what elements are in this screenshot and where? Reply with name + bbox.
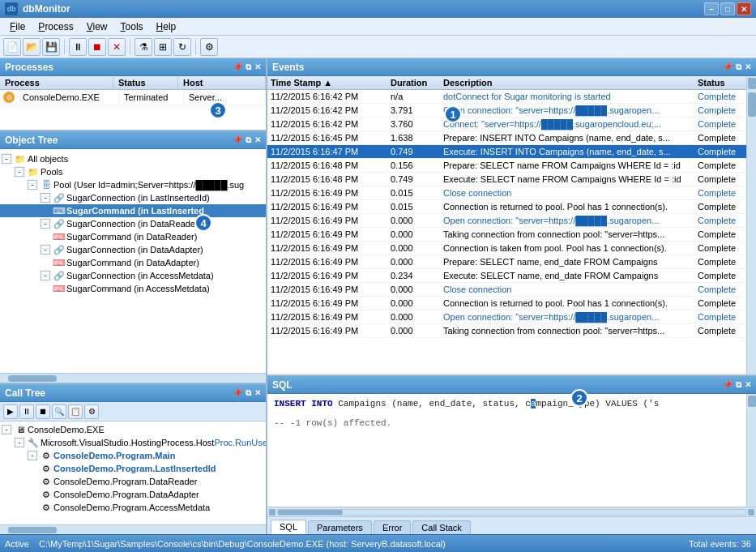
object-tree-pin-icon[interactable]: 📌: [233, 135, 242, 144]
event-row[interactable]: 11/2/2015 6:16:48 PM 0.749 Execute: SELE…: [267, 173, 746, 186]
event-row[interactable]: 11/2/2015 6:16:49 PM 0.000 Connection is…: [267, 242, 746, 255]
event-row[interactable]: 11/2/2015 6:16:49 PM 0.015 Close connect…: [267, 186, 746, 200]
event-row[interactable]: 11/2/2015 6:16:49 PM 0.000 Taking connec…: [267, 228, 746, 242]
menu-view[interactable]: View: [80, 19, 114, 34]
sql-undock-icon[interactable]: ⧉: [736, 380, 741, 390]
sql-close-icon[interactable]: ✕: [745, 380, 751, 389]
ct-hscroll-thumb[interactable]: [8, 527, 57, 533]
object-tree-hscroll[interactable]: [0, 373, 266, 383]
process-row[interactable]: ⚙ ConsoleDemo.EXE Terminated Server...: [0, 90, 266, 105]
close-button[interactable]: ✕: [737, 2, 751, 15]
event-row[interactable]: 11/2/2015 6:16:49 PM 0.015 Connection is…: [267, 200, 746, 214]
ct-btn-2[interactable]: ⏸: [19, 404, 34, 419]
hscroll-thumb[interactable]: [8, 375, 57, 382]
minimize-button[interactable]: –: [704, 2, 719, 15]
tree-item-cmd-lastinserted[interactable]: ⌨ SugarCommand (in LastInserted: [0, 204, 266, 217]
toggle-conn-datareader[interactable]: -: [41, 219, 50, 229]
ct-btn-5[interactable]: 📋: [68, 404, 83, 419]
tree-item-cmd-datareader[interactable]: ⌨ SugarCommand (in DataReader): [0, 230, 266, 243]
toolbar-btn-clear[interactable]: ✕: [108, 38, 126, 56]
event-row[interactable]: 11/2/2015 6:16:49 PM 0.000 Open connecti…: [267, 310, 746, 324]
maximize-button[interactable]: □: [720, 2, 735, 15]
event-row[interactable]: 11/2/2015 6:16:49 PM 0.000 Close connect…: [267, 283, 746, 297]
event-status: Complete: [694, 310, 746, 323]
tree-item-allobjects[interactable]: - 📁 All objects: [0, 152, 266, 165]
ct-item-dataadapter[interactable]: ⚙ ConsoleDemo.Program.DataAdapter: [0, 488, 266, 501]
toggle-conn-lastinserted[interactable]: -: [41, 193, 50, 203]
tree-item-pool[interactable]: - 🗄 Pool (User Id=admin;Server=https://█…: [0, 178, 266, 191]
call-tree-close-icon[interactable]: ✕: [254, 388, 261, 397]
toolbar-btn-filter[interactable]: ⚗: [135, 38, 152, 56]
event-row[interactable]: 11/2/2015 6:16:49 PM 0.234 Execute: SELE…: [267, 269, 746, 283]
event-row[interactable]: 11/2/2015 6:16:42 PM 3.791 Open connecti…: [267, 104, 746, 118]
toggle-conn-dataadapter[interactable]: -: [41, 245, 50, 255]
sql-pin-icon[interactable]: 📌: [723, 380, 733, 389]
toggle-conn-access[interactable]: -: [41, 271, 50, 280]
ct-item-main[interactable]: - ⚙ ConsoleDemo.Program.Main: [0, 449, 266, 462]
tree-item-cmd-access[interactable]: ⌨ SugarCommand (in AccessMetdata): [0, 282, 266, 295]
event-row[interactable]: 11/2/2015 6:16:42 PM 3.760 Connect: "ser…: [267, 118, 746, 131]
event-row[interactable]: 11/2/2015 6:16:49 PM 0.000 Taking connec…: [267, 324, 746, 338]
ct-item-vs[interactable]: - 🔧 Microsoft.VisualStudio.HostingProces…: [0, 436, 266, 449]
toolbar-btn-grid[interactable]: ⊞: [154, 38, 172, 56]
events-vscroll-thumb[interactable]: [748, 92, 756, 117]
tree-item-conn-lastinserted[interactable]: - 🔗 SugarConnection (in LastInsertedId): [0, 191, 266, 204]
toggle-pools[interactable]: -: [15, 167, 24, 177]
event-row-selected[interactable]: 11/2/2015 6:16:47 PM 0.749 Execute: INSE…: [267, 145, 746, 159]
event-row[interactable]: 11/2/2015 6:16:42 PM n/a dotConnect for …: [267, 90, 746, 104]
call-tree-hscroll[interactable]: [0, 524, 266, 534]
ct-toggle-vs[interactable]: -: [15, 438, 24, 447]
ct-toggle-root[interactable]: -: [2, 425, 11, 434]
toggle-allobjects[interactable]: -: [2, 154, 11, 164]
event-row[interactable]: 11/2/2015 6:16:49 PM 0.000 Prepare: SELE…: [267, 255, 746, 269]
menu-process[interactable]: Process: [32, 19, 79, 34]
event-row[interactable]: 11/2/2015 6:16:49 PM 0.000 Open connecti…: [267, 214, 746, 228]
events-pin-icon[interactable]: 📌: [723, 62, 733, 71]
processes-pin-icon[interactable]: 📌: [233, 62, 242, 71]
toggle-pool[interactable]: -: [28, 180, 37, 190]
tree-item-cmd-dataadapter[interactable]: ⌨ SugarCommand (in DataAdapter): [0, 256, 266, 269]
ct-btn-6[interactable]: ⚙: [84, 404, 99, 419]
toolbar-btn-save[interactable]: 💾: [42, 38, 60, 56]
events-undock-icon[interactable]: ⧉: [736, 62, 741, 72]
processes-undock-icon[interactable]: ⧉: [246, 62, 251, 72]
toolbar-btn-new[interactable]: 📄: [3, 38, 21, 56]
menu-tools[interactable]: Tools: [114, 19, 150, 34]
ct-btn-1[interactable]: ▶: [3, 404, 18, 419]
toolbar-btn-open[interactable]: 📂: [23, 38, 41, 56]
toolbar-btn-refresh[interactable]: ↻: [173, 38, 191, 56]
ct-toggle-main[interactable]: -: [28, 451, 37, 460]
toolbar-btn-settings[interactable]: ⚙: [200, 38, 218, 56]
menu-file[interactable]: File: [3, 19, 32, 34]
call-tree-pin-icon[interactable]: 📌: [233, 388, 242, 397]
ct-btn-4[interactable]: 🔍: [52, 404, 66, 419]
call-tree-undock-icon[interactable]: ⧉: [246, 388, 251, 398]
sql-vscroll[interactable]: [746, 394, 756, 507]
ct-item-lastinserted[interactable]: ⚙ ConsoleDemo.Program.LastInsertedId: [0, 462, 266, 475]
toolbar-btn-stop[interactable]: ⏹: [88, 38, 106, 56]
menu-bar: File Process View Tools Help: [0, 18, 756, 36]
processes-close-icon[interactable]: ✕: [254, 62, 261, 71]
tab-parameters[interactable]: Parameters: [308, 520, 372, 534]
object-tree-undock-icon[interactable]: ⧉: [246, 135, 251, 145]
ct-item-access[interactable]: ⚙ ConsoleDemo.Program.AccessMetdata: [0, 501, 266, 514]
tab-callstack[interactable]: Call Stack: [412, 520, 471, 534]
events-close-icon[interactable]: ✕: [745, 62, 751, 71]
events-vscroll[interactable]: [746, 76, 756, 374]
tree-item-conn-dataadapter[interactable]: - 🔗 SugarConnection (in DataAdapter): [0, 243, 266, 256]
tab-sql[interactable]: SQL: [271, 520, 306, 534]
tree-item-conn-datareader[interactable]: - 🔗 SugarConnection (in DataReader): [0, 217, 266, 230]
object-tree-close-icon[interactable]: ✕: [254, 135, 261, 144]
event-row[interactable]: 11/2/2015 6:16:49 PM 0.000 Connection is…: [267, 297, 746, 310]
toolbar-btn-pause[interactable]: ⏸: [69, 38, 87, 56]
event-row[interactable]: 11/2/2015 6:16:45 PM 1.638 Prepare: INSE…: [267, 131, 746, 145]
tab-error[interactable]: Error: [374, 520, 411, 534]
tree-item-pools[interactable]: - 📁 Pools: [0, 165, 266, 178]
ct-item-root[interactable]: - 🖥 ConsoleDemo.EXE: [0, 423, 266, 436]
menu-help[interactable]: Help: [150, 19, 183, 34]
tree-item-conn-access[interactable]: - 🔗 SugarConnection (in AccessMetdata): [0, 269, 266, 282]
ct-btn-3[interactable]: ⏹: [36, 404, 50, 419]
event-row[interactable]: 11/2/2015 6:16:48 PM 0.156 Prepare: SELE…: [267, 159, 746, 173]
sql-hscroll[interactable]: [267, 507, 756, 516]
ct-item-datareader[interactable]: ⚙ ConsoleDemo.Program.DataReader: [0, 475, 266, 488]
